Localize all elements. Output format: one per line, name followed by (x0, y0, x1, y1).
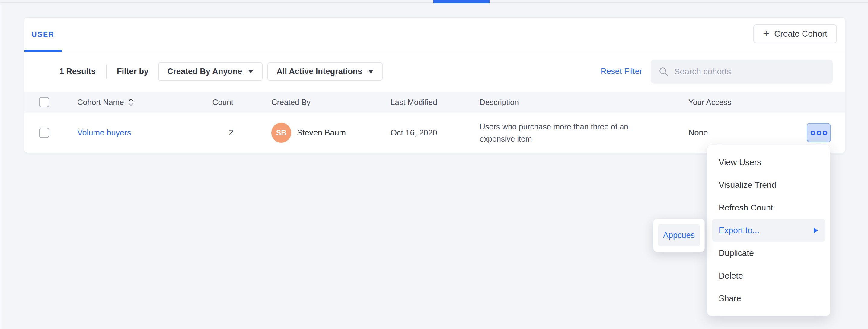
cohort-name-link[interactable]: Volume buyers (77, 128, 131, 137)
divider (106, 65, 106, 79)
row-actions-menu: View Users Visualize Trend Refresh Count… (707, 144, 830, 316)
export-submenu: Appcues (653, 219, 705, 252)
search-input[interactable] (674, 67, 819, 77)
sort-icon (128, 98, 134, 107)
menu-item-delete[interactable]: Delete (707, 264, 830, 287)
row-checkbox[interactable] (39, 128, 49, 138)
search-cohorts-box[interactable] (651, 60, 833, 84)
created-by-name: Steven Baum (297, 128, 346, 138)
menu-item-visualize-trend[interactable]: Visualize Trend (707, 173, 830, 196)
menu-item-duplicate[interactable]: Duplicate (707, 242, 830, 264)
chevron-down-icon (368, 70, 374, 73)
cohort-description: Users who purchase more than three of an… (479, 121, 646, 145)
create-cohort-label: Create Cohort (774, 29, 827, 39)
ellipsis-icon (823, 131, 827, 135)
ellipsis-icon (811, 131, 815, 135)
cohort-name-header-label: Cohort Name (77, 98, 124, 107)
cohort-count: 2 (229, 128, 233, 138)
created-by-cell: SB Steven Baum (233, 123, 391, 143)
created-by-dropdown[interactable]: Created By Anyone (158, 62, 262, 81)
column-header-cohort-name[interactable]: Cohort Name (77, 98, 211, 107)
last-modified-date: Oct 16, 2020 (391, 128, 479, 138)
select-all-checkbox[interactable] (39, 97, 49, 107)
menu-item-view-users[interactable]: View Users (707, 151, 830, 173)
column-header-created-by: Created By (233, 98, 391, 107)
tab-user-label: USER (32, 31, 55, 39)
created-by-dropdown-value: Created By Anyone (167, 67, 242, 76)
reset-filter-link[interactable]: Reset Filter (600, 67, 642, 76)
avatar: SB (271, 123, 291, 143)
panel-left-border (1, 3, 1, 329)
tab-bar: USER + Create Cohort (25, 18, 845, 51)
export-to-label: Export to... (719, 226, 760, 235)
integrations-dropdown[interactable]: All Active Integrations (268, 62, 383, 81)
menu-item-refresh-count[interactable]: Refresh Count (707, 196, 830, 219)
menu-item-share[interactable]: Share (707, 287, 830, 310)
results-count: 1 Results (59, 67, 96, 76)
filter-bar: 1 Results Filter by Created By Anyone Al… (25, 51, 845, 92)
search-icon (658, 66, 669, 77)
column-header-your-access: Your Access (688, 98, 807, 107)
row-actions-button[interactable] (807, 123, 831, 142)
column-header-count: Count (213, 98, 233, 107)
plus-icon: + (763, 28, 769, 39)
chevron-down-icon (248, 70, 253, 73)
menu-item-export-to[interactable]: Export to... (712, 219, 825, 242)
submenu-item-appcues[interactable]: Appcues (658, 224, 700, 246)
table-header: Cohort Name Count Created By Last Modifi… (25, 92, 845, 113)
integrations-dropdown-value: All Active Integrations (276, 67, 362, 76)
column-header-description: Description (479, 98, 688, 107)
cohorts-panel: USER + Create Cohort 1 Results Filter by… (24, 17, 845, 153)
access-value: None (688, 128, 807, 138)
create-cohort-button[interactable]: + Create Cohort (753, 25, 837, 43)
active-tab-indicator (433, 0, 490, 3)
ellipsis-icon (817, 131, 821, 135)
column-header-last-modified: Last Modified (391, 98, 479, 107)
filter-by-label: Filter by (117, 67, 149, 76)
tab-user[interactable]: USER (25, 18, 62, 51)
submenu-arrow-icon (814, 227, 818, 234)
